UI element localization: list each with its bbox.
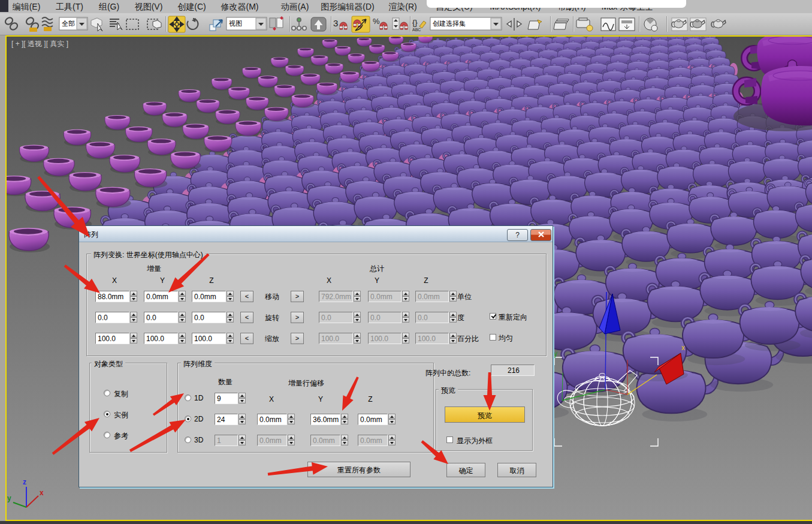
svg-text:{}: {}: [412, 18, 418, 27]
svg-text:y: y: [7, 494, 11, 502]
svg-text:创建选择集: 创建选择集: [433, 20, 466, 27]
svg-text:视图: 视图: [229, 20, 242, 27]
svg-text:3: 3: [333, 18, 338, 28]
svg-text:全部: 全部: [62, 20, 75, 27]
svg-text:x: x: [40, 489, 44, 497]
svg-text:y: y: [554, 350, 557, 358]
svg-text:ABC: ABC: [412, 28, 421, 32]
svg-text:z: z: [23, 478, 26, 486]
svg-text:%: %: [373, 17, 380, 26]
svg-text:x: x: [681, 344, 685, 352]
